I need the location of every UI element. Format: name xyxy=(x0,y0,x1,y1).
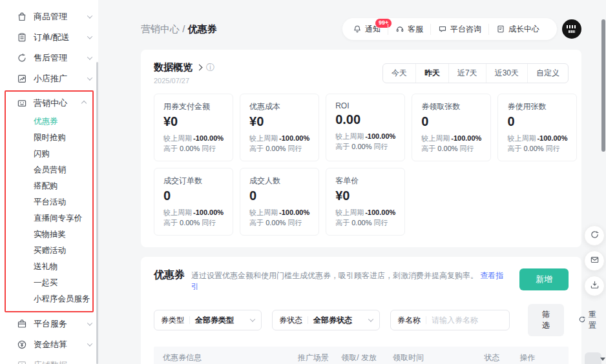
info-icon[interactable]: ⓘ xyxy=(206,62,214,74)
stat-card: 用券支付金额¥0较上周期-100.00%高于 0.00% 同行 xyxy=(154,94,233,161)
date-range-selector: 今天昨天近7天近30天自定义 xyxy=(382,63,569,83)
sidebar-item-marketing[interactable]: 营销中心 xyxy=(6,93,92,114)
stat-label: 券使用张数 xyxy=(507,101,567,112)
envelope-icon xyxy=(590,255,600,267)
stats-grid: 用券支付金额¥0较上周期-100.00%高于 0.00% 同行优惠成本¥0较上周… xyxy=(154,94,569,236)
headset-icon xyxy=(395,25,404,34)
chevron-down-icon xyxy=(87,361,92,364)
range-option[interactable]: 今天 xyxy=(383,64,415,83)
data-overview-card: 数据概览 ⓘ 2025/07/27 今天昨天近7天近30天自定义 用券支付金额¥… xyxy=(141,50,581,247)
column-header: 操作 xyxy=(520,352,559,363)
topbar-action-notification[interactable]: 通知99+ xyxy=(353,24,388,35)
chevron-down-icon xyxy=(368,316,373,321)
topbar: 营销中心 / 优惠券 通知99+客服平台咨询成长中心 xyxy=(141,18,581,40)
sidebar-item-flash-buy[interactable]: 闪购 xyxy=(6,146,92,162)
coupon-type-select[interactable]: 券类型 全部券类型 xyxy=(154,310,262,330)
sidebar-item-shop-data[interactable]: 店铺数据 xyxy=(0,355,98,364)
coupon-name-field: 券名称 xyxy=(390,310,510,330)
filter-button[interactable]: 筛选 xyxy=(528,304,564,336)
sidebar-item-aftersale[interactable]: 售后管理 xyxy=(0,48,98,68)
stat-label: 优惠成本 xyxy=(249,101,309,112)
range-option[interactable]: 昨天 xyxy=(415,64,448,83)
stat-card: 成交订单数0较上周期-100.00%高于 0.00% 同行 xyxy=(154,168,233,236)
avatar[interactable] xyxy=(562,19,581,39)
reset-button[interactable]: 重置 xyxy=(578,309,596,331)
stat-value: 0 xyxy=(507,114,567,129)
sidebar-item-buy-together[interactable]: 一起买 xyxy=(6,275,92,291)
table-header: 优惠券信息推广场景领取/ 发放领取时间状态操作 xyxy=(154,347,569,364)
scroll-corner-widget[interactable] xyxy=(585,352,601,364)
chevron-down-icon xyxy=(87,341,92,346)
breadcrumb-current: 优惠券 xyxy=(188,23,217,34)
sidebar-item-lottery[interactable]: 实物抽奖 xyxy=(6,227,92,243)
range-option[interactable]: 自定义 xyxy=(527,64,568,83)
sidebar-item-orders[interactable]: 订单/配送 xyxy=(0,27,98,48)
aftersale-icon xyxy=(17,53,27,63)
data-icon xyxy=(17,360,27,364)
coupon-status-select[interactable]: 券状态 全部券状态 xyxy=(272,310,380,330)
scrollbar-thumb[interactable] xyxy=(601,19,605,152)
overview-title-row[interactable]: 数据概览 ⓘ xyxy=(154,61,214,74)
sidebar-item-settlement[interactable]: 资金结算 xyxy=(0,334,98,355)
doc-icon xyxy=(496,25,505,34)
chevron-down-icon xyxy=(87,320,92,325)
refresh-icon xyxy=(578,316,586,325)
clipboard-icon xyxy=(17,32,27,43)
column-header: 优惠券信息 xyxy=(163,352,298,363)
sidebar-item-bundle-buy[interactable]: 搭配购 xyxy=(6,178,92,194)
bag-icon xyxy=(17,12,27,22)
stat-label: ROI xyxy=(335,101,395,110)
sidebar: 商品管理订单/配送售后管理小店推广营销中心优惠券限时抢购闪购会员营销搭配购平台活… xyxy=(0,0,98,364)
sidebar-item-member-marketing[interactable]: 会员营销 xyxy=(6,162,92,178)
stat-card: 成交人数0较上周期-100.00%高于 0.00% 同行 xyxy=(240,168,319,236)
topbar-action-platform-consult[interactable]: 平台咨询 xyxy=(430,24,488,35)
stat-value: 0 xyxy=(421,114,481,129)
scrollbar-down-arrow[interactable] xyxy=(600,358,605,361)
column-header: 推广场景 xyxy=(298,352,342,363)
download-icon xyxy=(590,280,600,292)
stat-card: 客单价¥0较上周期-100.00%高于 0.00% 同行 xyxy=(326,168,405,236)
range-option[interactable]: 近7天 xyxy=(448,64,486,83)
sidebar-item-mini-program-member[interactable]: 小程序会员服务 xyxy=(6,291,92,307)
topbar-action-customer-service[interactable]: 客服 xyxy=(388,24,430,35)
sidebar-scrollbar[interactable] xyxy=(96,62,98,364)
sidebar-item-shop-promotion[interactable]: 小店推广 xyxy=(0,68,98,89)
arrow-right-icon xyxy=(196,65,203,71)
breadcrumb-parent[interactable]: 营销中心 xyxy=(141,23,180,34)
coupon-card: 优惠券 通过设置优惠金额和使用门槛生成优惠券，吸引顾客进店，刺激消费并提高复购率… xyxy=(141,257,581,364)
column-header: 领取/ 发放 xyxy=(341,352,393,363)
stat-card: ROI0.00较上周期-100.00%高于 0.00% 同行 xyxy=(326,94,405,161)
sidebar-item-send-gift[interactable]: 送礼物 xyxy=(6,259,92,275)
chevron-down-icon xyxy=(87,75,92,80)
chevron-down-icon xyxy=(87,13,92,18)
column-header: 状态 xyxy=(484,352,519,363)
stat-value: 0 xyxy=(163,188,224,203)
stat-value: ¥0 xyxy=(163,114,224,129)
settle-icon xyxy=(17,339,27,350)
coupon-name-input[interactable] xyxy=(432,316,503,325)
topbar-action-growth-center[interactable]: 成长中心 xyxy=(488,24,547,35)
annotation-highlight-box: 营销中心优惠券限时抢购闪购会员营销搭配购平台活动直播间专享价实物抽奖买赠活动送礼… xyxy=(5,90,94,312)
sidebar-item-live-price[interactable]: 直播间专享价 xyxy=(6,210,92,227)
filter-bar: 券类型 全部券类型 券状态 全部券状态 券名称 筛选 重置 xyxy=(154,304,569,336)
sidebar-item-gift-with-purchase[interactable]: 买赠活动 xyxy=(6,243,92,259)
stat-value: ¥0 xyxy=(335,188,395,203)
coupon-section-desc: 通过设置优惠金额和使用门槛生成优惠券，吸引顾客进店，刺激消费并提高复购率。 查看… xyxy=(191,270,510,292)
sidebar-item-goods[interactable]: 商品管理 xyxy=(0,6,98,27)
range-option[interactable]: 近30天 xyxy=(486,64,527,83)
main-content: 营销中心 / 优惠券 通知99+客服平台咨询成长中心 数据概览 ⓘ 2025/0… xyxy=(98,0,606,364)
coupon-table: 优惠券信息推广场景领取/ 发放领取时间状态操作 通用券07/28满100元减9元… xyxy=(154,347,569,364)
sidebar-item-flash-sale[interactable]: 限时抢购 xyxy=(6,130,92,146)
stat-label: 用券支付金额 xyxy=(163,101,224,112)
add-coupon-button[interactable]: 新增 xyxy=(519,268,569,290)
stat-value: 0 xyxy=(249,188,309,203)
sidebar-item-platform-service[interactable]: 平台服务 xyxy=(0,314,98,334)
sidebar-item-coupon[interactable]: 优惠券 xyxy=(6,114,92,130)
stat-label: 券领取张数 xyxy=(421,101,481,112)
chat-icon xyxy=(438,25,447,34)
overview-date: 2025/07/27 xyxy=(154,77,214,85)
bell-icon xyxy=(353,25,362,34)
sidebar-item-platform-activity[interactable]: 平台活动 xyxy=(6,194,92,210)
overview-title: 数据概览 xyxy=(154,61,193,74)
refresh-icon xyxy=(590,230,600,241)
